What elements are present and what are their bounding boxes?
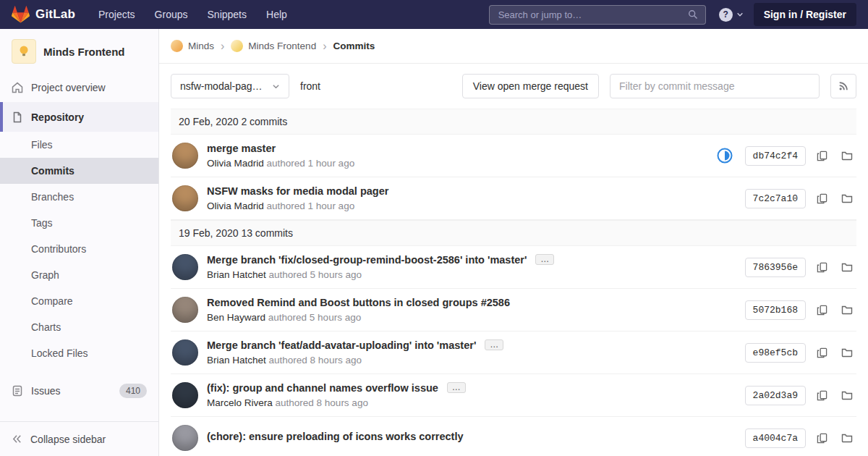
commit-row: merge master Olivia Madrid authored 1 ho… bbox=[171, 135, 856, 177]
sidebar-item-commits[interactable]: Commits bbox=[0, 158, 158, 184]
copy-sha-button[interactable] bbox=[812, 343, 831, 362]
branch-name: nsfw-modal-pag… bbox=[180, 80, 263, 92]
commit-filter-input[interactable] bbox=[610, 74, 820, 98]
gitlab-home-link[interactable]: GitLab bbox=[12, 6, 75, 23]
nav-link-groups[interactable]: Groups bbox=[155, 9, 188, 20]
copy-sha-button[interactable] bbox=[812, 428, 831, 447]
commit-author-link[interactable]: Olivia Madrid bbox=[207, 158, 264, 169]
author-avatar[interactable] bbox=[172, 339, 198, 366]
commit-sha-link[interactable]: db74c2f4 bbox=[745, 146, 806, 166]
author-avatar[interactable] bbox=[172, 425, 198, 451]
breadcrumb-separator: › bbox=[323, 41, 326, 52]
nav-link-help[interactable]: Help bbox=[266, 9, 287, 20]
commit-title-link[interactable]: merge master bbox=[207, 143, 276, 154]
commit-sha-link[interactable]: 2a02d3a9 bbox=[745, 386, 806, 405]
commit-author-link[interactable]: Brian Hatchet bbox=[207, 269, 266, 280]
sidebar-item-repository[interactable]: Repository bbox=[0, 102, 158, 132]
copy-sha-button[interactable] bbox=[812, 258, 831, 276]
nav-link-snippets[interactable]: Snippets bbox=[208, 9, 247, 20]
folder-icon bbox=[841, 389, 853, 401]
breadcrumb-minds[interactable]: Minds bbox=[171, 40, 214, 52]
commit-sha-link[interactable]: e98ef5cb bbox=[745, 343, 806, 363]
commit-authored-time: authored 5 hours ago bbox=[269, 269, 362, 280]
commit-author-link[interactable]: Brian Hatchet bbox=[207, 355, 266, 366]
commit-authored-time: authored 1 hour ago bbox=[267, 158, 355, 169]
minds-group-avatar bbox=[171, 40, 183, 52]
commit-title-link[interactable]: Merge branch 'feat/add-avatar-uploading'… bbox=[207, 339, 476, 351]
clipboard-icon bbox=[817, 151, 827, 161]
author-avatar[interactable] bbox=[172, 297, 198, 323]
view-open-merge-request-button[interactable]: View open merge request bbox=[462, 74, 599, 98]
commit-actions: 7863956e bbox=[745, 258, 856, 277]
breadcrumb-current-commits: Commits bbox=[333, 41, 375, 51]
commit-sha-link[interactable]: 7c2c7a10 bbox=[745, 189, 806, 208]
browse-files-button[interactable] bbox=[838, 258, 856, 276]
commit-info: Removed Remind and Boost buttons in clos… bbox=[207, 297, 733, 323]
commit-author-link[interactable]: Marcelo Rivera bbox=[207, 397, 273, 408]
author-avatar[interactable] bbox=[172, 254, 198, 280]
commits-feed-button[interactable] bbox=[830, 74, 856, 98]
toggle-commit-description-button[interactable]: … bbox=[535, 254, 554, 265]
browse-files-button[interactable] bbox=[838, 189, 856, 208]
gitlab-tanuki-logo-icon bbox=[12, 6, 30, 23]
commit-row: Merge branch 'feat/add-avatar-uploading'… bbox=[171, 332, 856, 374]
commit-author-link[interactable]: Olivia Madrid bbox=[207, 200, 264, 211]
author-avatar[interactable] bbox=[172, 143, 198, 169]
browse-files-button[interactable] bbox=[838, 146, 856, 165]
commit-authored-time: authored 8 hours ago bbox=[276, 397, 368, 408]
browse-files-button[interactable] bbox=[838, 428, 856, 447]
commit-title-link[interactable]: (chore): ensure preloading of icons work… bbox=[207, 431, 464, 442]
breadcrumb-minds-frontend[interactable]: Minds Frontend bbox=[231, 40, 316, 52]
copy-sha-button[interactable] bbox=[812, 300, 831, 319]
sign-in-register-button[interactable]: Sign in / Register bbox=[754, 3, 856, 26]
project-name: Minds Frontend bbox=[43, 46, 125, 58]
browse-files-button[interactable] bbox=[838, 343, 856, 362]
commit-sha-link[interactable]: 5072b168 bbox=[745, 300, 806, 320]
commit-title-link[interactable]: Removed Remind and Boost buttons in clos… bbox=[207, 297, 510, 308]
commit-title-link[interactable]: Merge branch 'fix/closed-group-remind-bo… bbox=[207, 254, 527, 266]
sidebar-item-branches[interactable]: Branches bbox=[0, 184, 158, 210]
commit-sha-link[interactable]: 7863956e bbox=[745, 258, 806, 277]
sidebar-item-locked-files[interactable]: Locked Files bbox=[0, 340, 158, 366]
ci-status-running-icon[interactable] bbox=[717, 148, 733, 164]
lightbulb-icon bbox=[17, 44, 31, 59]
author-avatar[interactable] bbox=[172, 185, 198, 211]
search-icon bbox=[688, 9, 698, 20]
collapse-sidebar-button[interactable]: Collapse sidebar bbox=[0, 421, 158, 456]
copy-sha-button[interactable] bbox=[812, 386, 831, 405]
sidebar-item-files[interactable]: Files bbox=[0, 132, 158, 158]
commits-toolbar: nsfw-modal-pag… front View open merge re… bbox=[159, 64, 868, 109]
commit-title-link[interactable]: NSFW masks for media modal pager bbox=[207, 185, 388, 197]
nav-link-projects[interactable]: Projects bbox=[98, 9, 135, 20]
sidebar-item-contributors[interactable]: Contributors bbox=[0, 236, 158, 262]
commit-sha-link[interactable]: a4004c7a bbox=[745, 428, 806, 448]
top-navbar: GitLab Projects Groups Snippets Help ? S… bbox=[0, 0, 868, 29]
author-avatar[interactable] bbox=[172, 382, 198, 408]
sidebar-item-graph[interactable]: Graph bbox=[0, 262, 158, 288]
commit-actions: a4004c7a bbox=[745, 428, 856, 448]
sidebar-item-label: Issues bbox=[31, 385, 60, 397]
sidebar-item-compare[interactable]: Compare bbox=[0, 288, 158, 314]
toggle-commit-description-button[interactable]: … bbox=[485, 339, 503, 350]
project-header[interactable]: Minds Frontend bbox=[0, 29, 158, 72]
sidebar-item-tags[interactable]: Tags bbox=[0, 210, 158, 236]
branch-selector-dropdown[interactable]: nsfw-modal-pag… bbox=[171, 74, 289, 98]
primary-nav: Projects Groups Snippets Help bbox=[98, 9, 287, 20]
repo-context-name: front bbox=[300, 80, 320, 92]
folder-icon bbox=[841, 432, 853, 444]
folder-icon bbox=[841, 304, 853, 316]
toggle-commit-description-button[interactable]: … bbox=[447, 382, 466, 393]
commit-info: NSFW masks for media modal pager Olivia … bbox=[207, 185, 733, 211]
global-search-input[interactable] bbox=[497, 9, 682, 21]
commit-author-link[interactable]: Ben Hayward bbox=[207, 312, 265, 323]
browse-files-button[interactable] bbox=[838, 386, 856, 405]
copy-sha-button[interactable] bbox=[812, 189, 831, 208]
copy-sha-button[interactable] bbox=[812, 146, 831, 165]
sidebar-item-charts[interactable]: Charts bbox=[0, 314, 158, 340]
sidebar-item-issues[interactable]: Issues 410 bbox=[0, 376, 158, 406]
commit-title-link[interactable]: (fix): group and channel names overflow … bbox=[207, 382, 438, 394]
browse-files-button[interactable] bbox=[838, 300, 856, 319]
help-menu[interactable]: ? bbox=[719, 8, 744, 22]
sidebar-item-project-overview[interactable]: Project overview bbox=[0, 72, 158, 102]
commit-row: (fix): group and channel names overflow … bbox=[171, 374, 856, 417]
